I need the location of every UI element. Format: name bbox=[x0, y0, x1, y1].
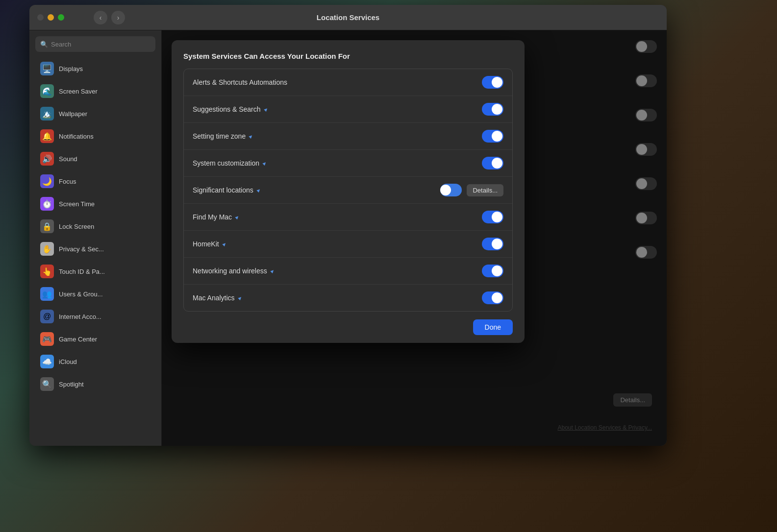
modal-row-significant-locations: Significant locations▲Details... bbox=[184, 177, 512, 204]
sidebar-item-users-groups[interactable]: 👥Users & Grou... bbox=[33, 283, 157, 305]
location-arrow-homekit: ▲ bbox=[221, 240, 228, 248]
modal-row-controls-alerts-shortcuts bbox=[482, 76, 503, 89]
modal-row-controls-significant-locations: Details... bbox=[440, 184, 503, 196]
toggle-significant-locations[interactable] bbox=[440, 184, 462, 196]
done-button[interactable]: Done bbox=[473, 319, 513, 335]
sidebar-item-label-focus: Focus bbox=[59, 178, 76, 185]
location-arrow-significant-locations: ▲ bbox=[255, 186, 263, 194]
modal-row-controls-mac-analytics bbox=[482, 291, 503, 304]
sidebar-item-sound[interactable]: 🔊Sound bbox=[33, 148, 157, 169]
modal-overlay: System Services Can Access Your Location… bbox=[162, 30, 667, 446]
window-title: Location Services bbox=[317, 13, 379, 22]
modal-row-text-significant-locations: Significant locations bbox=[193, 186, 253, 194]
toggle-networking-wireless[interactable] bbox=[482, 265, 503, 277]
search-placeholder: Search bbox=[51, 41, 71, 48]
sidebar: 🔍 Search 🖥️Displays🌊Screen Saver🏔️Wallpa… bbox=[29, 30, 162, 446]
toggle-alerts-shortcuts[interactable] bbox=[482, 76, 503, 89]
nav-buttons: ‹ › bbox=[94, 11, 125, 24]
sidebar-item-label-lock-screen: Lock Screen bbox=[59, 223, 94, 230]
sidebar-item-icon-screen-saver: 🌊 bbox=[40, 84, 54, 98]
sidebar-item-label-privacy-security: Privacy & Sec... bbox=[59, 245, 104, 253]
location-arrow-setting-time-zone: ▲ bbox=[248, 132, 255, 140]
close-button[interactable] bbox=[37, 14, 44, 21]
location-arrow-suggestions-search: ▲ bbox=[262, 105, 270, 113]
window-content: 🔍 Search 🖥️Displays🌊Screen Saver🏔️Wallpa… bbox=[29, 30, 667, 446]
sidebar-item-icon-sound: 🔊 bbox=[40, 152, 54, 166]
search-icon: 🔍 bbox=[40, 41, 48, 48]
location-arrow-system-customization: ▲ bbox=[261, 159, 269, 167]
sidebar-item-icon-screen-time: ⏱️ bbox=[40, 197, 54, 211]
sidebar-item-wallpaper[interactable]: 🏔️Wallpaper bbox=[33, 103, 157, 124]
sidebar-item-label-touch-id: Touch ID & Pa... bbox=[59, 268, 105, 275]
modal-row-suggestions-search: Suggestions & Search▲ bbox=[184, 96, 512, 123]
sidebar-item-icon-icloud: ☁️ bbox=[40, 355, 54, 368]
sidebar-item-icon-users-groups: 👥 bbox=[40, 287, 54, 301]
search-bar[interactable]: 🔍 Search bbox=[35, 36, 155, 52]
modal-row-controls-homekit bbox=[482, 238, 503, 250]
sidebar-item-icon-displays: 🖥️ bbox=[40, 62, 54, 75]
sidebar-item-label-spotlight: Spotlight bbox=[59, 381, 84, 388]
modal-row-mac-analytics: Mac Analytics▲ bbox=[184, 285, 512, 311]
location-arrow-networking-wireless: ▲ bbox=[269, 267, 276, 275]
details-button-significant-locations[interactable]: Details... bbox=[467, 184, 503, 196]
sidebar-item-icon-wallpaper: 🏔️ bbox=[40, 107, 54, 121]
location-arrow-find-my-mac: ▲ bbox=[233, 213, 241, 221]
sidebar-item-focus[interactable]: 🌙Focus bbox=[33, 170, 157, 192]
modal-row-text-find-my-mac: Find My Mac bbox=[193, 213, 232, 221]
modal-row-label-setting-time-zone: Setting time zone▲ bbox=[193, 132, 254, 140]
sidebar-item-icon-focus: 🌙 bbox=[40, 174, 54, 188]
sidebar-item-spotlight[interactable]: 🔍Spotlight bbox=[33, 373, 157, 395]
sidebar-item-label-notifications: Notifications bbox=[59, 133, 94, 140]
sidebar-item-internet-accounts[interactable]: @Internet Acco... bbox=[33, 306, 157, 327]
sidebar-item-icon-lock-screen: 🔒 bbox=[40, 219, 54, 233]
system-services-modal: System Services Can Access Your Location… bbox=[172, 40, 525, 343]
modal-row-text-setting-time-zone: Setting time zone bbox=[193, 132, 246, 140]
sidebar-item-screen-time[interactable]: ⏱️Screen Time bbox=[33, 193, 157, 215]
minimize-button[interactable] bbox=[48, 14, 54, 21]
sidebar-item-game-center[interactable]: 🎮Game Center bbox=[33, 328, 157, 350]
sidebar-item-label-displays: Displays bbox=[59, 65, 83, 73]
sidebar-items-list: 🖥️Displays🌊Screen Saver🏔️Wallpaper🔔Notif… bbox=[29, 58, 161, 395]
modal-footer: Done bbox=[172, 312, 525, 343]
sidebar-item-icon-spotlight: 🔍 bbox=[40, 377, 54, 391]
modal-row-text-system-customization: System customization bbox=[193, 159, 259, 167]
sidebar-item-icon-game-center: 🎮 bbox=[40, 332, 54, 346]
toggle-homekit[interactable] bbox=[482, 238, 503, 250]
sidebar-item-privacy-security[interactable]: ✋Privacy & Sec... bbox=[33, 238, 157, 260]
modal-scroll-area[interactable]: Alerts & Shortcuts AutomationsSuggestion… bbox=[172, 69, 525, 312]
toggle-mac-analytics[interactable] bbox=[482, 291, 503, 304]
sidebar-item-label-users-groups: Users & Grou... bbox=[59, 290, 103, 298]
forward-button[interactable]: › bbox=[111, 11, 125, 24]
sidebar-item-lock-screen[interactable]: 🔒Lock Screen bbox=[33, 216, 157, 237]
modal-row-alerts-shortcuts: Alerts & Shortcuts Automations bbox=[184, 69, 512, 96]
toggle-suggestions-search[interactable] bbox=[482, 103, 503, 116]
toggle-find-my-mac[interactable] bbox=[482, 211, 503, 223]
modal-row-system-customization: System customization▲ bbox=[184, 150, 512, 177]
sidebar-item-touch-id[interactable]: 👆Touch ID & Pa... bbox=[33, 261, 157, 282]
modal-rows-list: Alerts & Shortcuts AutomationsSuggestion… bbox=[183, 69, 513, 312]
toggle-system-customization[interactable] bbox=[482, 157, 503, 169]
back-button[interactable]: ‹ bbox=[94, 11, 107, 24]
location-arrow-mac-analytics: ▲ bbox=[236, 294, 244, 302]
sidebar-item-icon-internet-accounts: @ bbox=[40, 310, 54, 323]
sidebar-item-icon-privacy-security: ✋ bbox=[40, 242, 54, 256]
sidebar-item-notifications[interactable]: 🔔Notifications bbox=[33, 125, 157, 147]
traffic-lights bbox=[37, 14, 64, 21]
modal-row-controls-networking-wireless bbox=[482, 265, 503, 277]
modal-row-label-mac-analytics: Mac Analytics▲ bbox=[193, 294, 243, 302]
sidebar-item-icloud[interactable]: ☁️iCloud bbox=[33, 351, 157, 372]
modal-row-find-my-mac: Find My Mac▲ bbox=[184, 204, 512, 231]
sidebar-item-label-game-center: Game Center bbox=[59, 336, 97, 343]
modal-row-controls-setting-time-zone bbox=[482, 130, 503, 143]
maximize-button[interactable] bbox=[58, 14, 64, 21]
sidebar-item-displays[interactable]: 🖥️Displays bbox=[33, 58, 157, 79]
modal-header: System Services Can Access Your Location… bbox=[172, 40, 525, 69]
modal-row-text-alerts-shortcuts: Alerts & Shortcuts Automations bbox=[193, 78, 287, 86]
modal-row-text-networking-wireless: Networking and wireless bbox=[193, 267, 267, 275]
system-preferences-window: ‹ › Location Services 🔍 Search 🖥️Display… bbox=[29, 5, 667, 446]
sidebar-item-label-sound: Sound bbox=[59, 155, 77, 163]
sidebar-item-icon-notifications: 🔔 bbox=[40, 129, 54, 143]
modal-row-homekit: HomeKit▲ bbox=[184, 231, 512, 258]
toggle-setting-time-zone[interactable] bbox=[482, 130, 503, 143]
sidebar-item-screen-saver[interactable]: 🌊Screen Saver bbox=[33, 80, 157, 102]
